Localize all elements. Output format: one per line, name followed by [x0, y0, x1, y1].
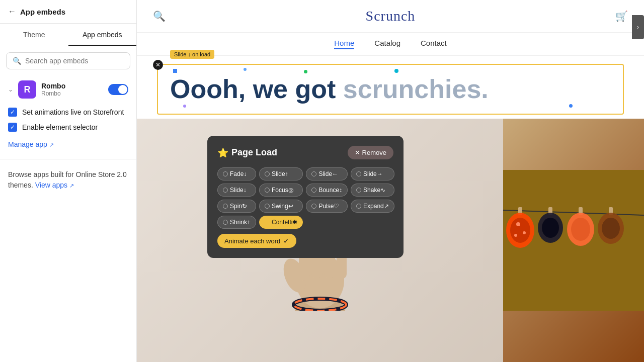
anim-radio [223, 188, 228, 193]
back-title: App embeds [20, 8, 65, 16]
anim-swing[interactable]: Swing↩ [259, 200, 303, 213]
manage-app-link[interactable]: Manage app [8, 140, 47, 148]
app-toggle[interactable] [108, 84, 128, 95]
nav-catalog[interactable]: Catalog [374, 39, 400, 49]
anim-radio [356, 188, 361, 193]
app-icon: R [18, 80, 36, 99]
anim-confetti[interactable]: Confetti✱ [259, 216, 303, 229]
back-icon: ← [8, 7, 16, 16]
svg-point-22 [602, 218, 620, 239]
anim-pulse[interactable]: Pulse♡ [306, 200, 348, 213]
dot-5 [183, 105, 186, 108]
divider [0, 159, 136, 159]
tab-app-embeds[interactable]: App embeds [68, 24, 137, 46]
hero-text: Oooh, we got scrunchies. [170, 75, 611, 104]
sf-hero-section: ✕ Oooh, we got scrunchies. [157, 64, 624, 115]
scrunchies-svg [503, 170, 644, 311]
sf-scrunchies-image [503, 119, 644, 362]
anim-slide-up[interactable]: Slide↑ [259, 167, 303, 180]
anim-radio [265, 204, 270, 209]
nav-home[interactable]: Home [334, 39, 354, 49]
browse-text: Browse apps built for Online Store 2.0 t… [8, 169, 128, 191]
animate-word-row: Animate each word ✓ [217, 234, 393, 248]
collapse-icon: › [637, 24, 639, 31]
anim-radio [356, 171, 361, 176]
popup-emoji: ⭐ [217, 147, 228, 158]
anim-fade[interactable]: Fade↓ [217, 167, 256, 180]
svg-point-20 [571, 218, 590, 241]
anim-radio-active [265, 220, 270, 225]
left-panel: ← App embeds Theme App embeds 🔍 ⌄ R Romb… [0, 0, 137, 362]
nav-contact[interactable]: Contact [421, 39, 447, 49]
dot-2 [244, 68, 247, 71]
anim-radio [356, 204, 361, 209]
anim-badge[interactable]: Slide ↓ on load [170, 50, 214, 59]
dot-3 [304, 70, 307, 73]
svg-point-16 [510, 218, 530, 243]
right-panel: 🔍 Scrunch 🛒 › Home Catalog Contact [137, 0, 644, 362]
anim-slide-down[interactable]: Slide↓ [217, 184, 256, 197]
expand-icon: ⌄ [8, 86, 13, 93]
close-hero-btn[interactable]: ✕ [153, 60, 163, 70]
external-icon-2: ↗ [69, 183, 74, 189]
checkbox-label-2: Enable element selector [22, 123, 98, 131]
anim-shrink[interactable]: Shrink+ [217, 216, 256, 229]
app-sub: Rombo [41, 90, 103, 97]
anim-expand[interactable]: Expand↗ [351, 200, 394, 213]
hero-light-text: scrunchies. [343, 74, 489, 104]
checkboxes-section: Set animations live on Storefront Enable… [0, 104, 136, 136]
tab-theme[interactable]: Theme [0, 24, 68, 46]
search-box: 🔍 [6, 52, 130, 69]
anim-radio [311, 171, 316, 176]
anim-slide-right[interactable]: Slide→ [351, 167, 394, 180]
view-apps-link[interactable]: View apps [35, 181, 67, 189]
external-link-icon: ↗ [49, 142, 54, 148]
sf-cart-icon[interactable]: 🛒 [615, 10, 628, 22]
tabs-bar: Theme App embeds [0, 24, 136, 46]
svg-point-23 [516, 222, 520, 226]
svg-point-25 [514, 234, 517, 237]
back-header[interactable]: ← App embeds [0, 0, 136, 24]
browse-section: Browse apps built for Online Store 2.0 t… [0, 161, 136, 199]
search-icon: 🔍 [13, 57, 21, 65]
anim-spin[interactable]: Spin↻ [217, 200, 256, 213]
checkbox-set-animations[interactable]: Set animations live on Storefront [8, 108, 128, 117]
app-item-rombo: ⌄ R Rombo Rombo [0, 75, 136, 104]
animation-popup: ⭐ Page Load ✕ Remove Fade↓ Slide↑ [207, 136, 404, 258]
dot-4 [394, 69, 398, 73]
anim-radio [223, 220, 228, 225]
anim-radio [311, 188, 316, 193]
anim-radio [311, 204, 316, 209]
collapse-button[interactable]: › [632, 15, 644, 39]
search-input[interactable] [25, 57, 124, 65]
checkbox-icon [8, 108, 17, 117]
sf-search-icon[interactable]: 🔍 [153, 10, 166, 22]
anim-radio [265, 171, 270, 176]
check-icon: ✓ [283, 237, 289, 245]
dot-6 [569, 104, 573, 108]
storefront: 🔍 Scrunch 🛒 › Home Catalog Contact [137, 0, 644, 362]
anim-radio [265, 188, 270, 193]
popup-title: ⭐ Page Load [217, 147, 277, 158]
animate-word-label: Animate each word [224, 237, 280, 245]
hero-dark-text: Oooh, we got [170, 74, 343, 104]
checkbox-label: Set animations live on Storefront [22, 108, 124, 116]
dot-1 [173, 69, 177, 73]
sf-logo: Scrunch [366, 8, 416, 24]
app-name: Rombo [41, 82, 103, 90]
animation-grid: Fade↓ Slide↑ Slide← Slide→ Slide↓ [217, 167, 393, 229]
checkbox-icon-2 [8, 123, 17, 132]
anim-bounce[interactable]: Bounce↕ [306, 184, 348, 197]
svg-point-24 [523, 231, 526, 234]
anim-focus[interactable]: Focus◎ [259, 184, 303, 197]
anim-slide-left[interactable]: Slide← [306, 167, 348, 180]
svg-point-18 [542, 218, 559, 238]
anim-shake[interactable]: Shake∿ [351, 184, 394, 197]
manage-link-section: Manage app ↗ [0, 136, 136, 157]
anim-radio [223, 204, 228, 209]
popup-header: ⭐ Page Load ✕ Remove [217, 146, 393, 159]
remove-button[interactable]: ✕ Remove [348, 146, 393, 159]
sf-header: 🔍 Scrunch 🛒 › [137, 0, 644, 33]
animate-each-word-btn[interactable]: Animate each word ✓ [217, 234, 296, 248]
checkbox-enable-selector[interactable]: Enable element selector [8, 123, 128, 132]
